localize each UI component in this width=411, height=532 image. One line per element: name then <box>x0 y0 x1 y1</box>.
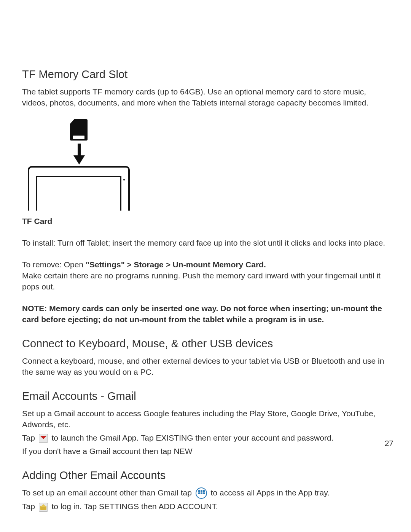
gmail-no-account: If you don't have a Gmail account then t… <box>22 446 389 457</box>
tf-note-text: NOTE: Memory cards can only be inserted … <box>22 304 382 324</box>
section-gmail: Email Accounts - Gmail Set up a Gmail ac… <box>22 388 389 457</box>
tf-remove: To remove: Open "Settings" > Storage > U… <box>22 259 389 292</box>
usb-body: Connect a keyboard, mouse, and other ext… <box>22 356 389 378</box>
sd-card-icon <box>70 119 88 141</box>
apps-grid-icon <box>196 487 207 499</box>
text-tap-pre: Tap <box>22 433 37 442</box>
text-line2-post: to log in. Tap SETTINGS then ADD ACCOUNT… <box>49 502 218 511</box>
heading-tf-slot: TF Memory Card Slot <box>22 67 389 82</box>
heading-other-email: Adding Other Email Accounts <box>22 468 389 483</box>
tf-card-diagram <box>26 119 132 211</box>
text-tap-post: to launch the Gmail App. Tap EXISTING th… <box>49 433 334 442</box>
heading-usb: Connect to Keyboard, Mouse, & other USB … <box>22 336 389 351</box>
tf-remove-path: "Settings" > Storage > Un-mount Memory C… <box>86 260 266 269</box>
email-envelope-icon <box>39 503 48 512</box>
gmail-icon <box>39 434 48 443</box>
section-usb: Connect to Keyboard, Mouse, & other USB … <box>22 336 389 378</box>
tf-note: NOTE: Memory cards can only be inserted … <box>22 303 389 325</box>
tablet-outline-icon <box>28 166 130 211</box>
tf-card-subhead: TF Card <box>22 216 389 227</box>
other-email-line2: Tap to log in. Tap SETTINGS then ADD ACC… <box>22 501 389 512</box>
page-number: 27 <box>385 438 393 449</box>
gmail-tap-line: Tap to launch the Gmail App. Tap EXISTIN… <box>22 433 389 444</box>
text-line2-pre: Tap <box>22 502 37 511</box>
tf-install: To install: Turn off Tablet; insert the … <box>22 238 389 249</box>
other-email-line1: To set up an email account other than Gm… <box>22 487 389 499</box>
tf-remove-lead: To remove: Open <box>22 260 86 269</box>
section-other-email: Adding Other Email Accounts To set up an… <box>22 468 389 512</box>
text-line1-pre: To set up an email account other than Gm… <box>22 488 194 497</box>
arrow-down-icon <box>75 144 84 165</box>
gmail-intro: Set up a Gmail account to access Google … <box>22 408 389 430</box>
text-line1-post: to access all Apps in the App tray. <box>209 488 330 497</box>
document-page: TF Memory Card Slot The tablet supports … <box>0 0 411 512</box>
tf-remove-body: Make certain there are no programs runni… <box>22 271 381 291</box>
heading-gmail: Email Accounts - Gmail <box>22 388 389 404</box>
tf-intro: The tablet supports TF memory cards (up … <box>22 86 389 109</box>
